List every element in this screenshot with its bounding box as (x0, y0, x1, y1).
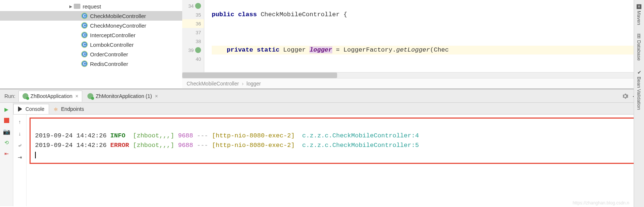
tree-item-intercept[interactable]: C InterceptController (0, 30, 182, 40)
rerun-icon[interactable]: ▶ (3, 106, 10, 113)
highlighted-log-area: 2019-09-24 14:42:26 INFO [zhboot,,,] 968… (30, 117, 641, 164)
run-sub-tabs: Console ⚛ Endpoints (13, 103, 644, 115)
bean-icon: ✔ (636, 70, 642, 75)
play-icon (18, 106, 23, 112)
tree-item-label: OrderController (90, 51, 128, 57)
breadcrumb-item[interactable]: logger (246, 81, 261, 87)
tree-item-lombok[interactable]: C LombokController (0, 40, 182, 49)
gutter-line[interactable]: 38 (182, 37, 204, 46)
chevron-right-icon: ▶ (68, 4, 74, 8)
endpoints-tab[interactable]: ⚛ Endpoints (49, 104, 88, 114)
tree-item-redis[interactable]: C RedisController (0, 59, 182, 69)
breadcrumb-separator: › (242, 81, 244, 87)
tree-item-label: LombokController (90, 42, 134, 48)
endpoints-icon: ⚛ (53, 106, 59, 112)
tree-item-order[interactable]: C OrderController (0, 49, 182, 59)
gutter-line[interactable]: 37 (182, 28, 204, 37)
run-tab-label: ZhBootApplication (31, 93, 73, 99)
database-icon: 🗄 (636, 34, 642, 39)
project-tree[interactable]: ▶ request C CheckMobileController C Chec… (0, 0, 182, 88)
tree-item-checkmoney[interactable]: C CheckMoneyController (0, 21, 182, 30)
run-header: Run: ZhBootApplication × ZhMonitorApplic… (0, 90, 644, 103)
class-icon: C (81, 60, 88, 67)
tree-folder-label: request (83, 3, 101, 10)
code-editor[interactable]: public class CheckMobileController { pri… (204, 0, 644, 72)
run-gutter-icon[interactable] (195, 47, 201, 53)
editor-horizontal-scrollbar[interactable] (182, 72, 644, 78)
class-icon: C (81, 22, 88, 29)
soft-wrap-icon[interactable]: ⤶ (16, 142, 24, 149)
console-toolbar: ↑ ↓ ⤶ ⇥ (13, 115, 27, 206)
folder-icon (74, 4, 80, 9)
run-tab-zhmonitor[interactable]: ZhMonitorApplication (1) × (84, 91, 162, 102)
tree-item-checkmobile[interactable]: C CheckMobileController (0, 11, 182, 21)
tree-item-label: CheckMobileController (90, 13, 146, 19)
console-tab[interactable]: Console (13, 104, 49, 114)
gutter-line[interactable]: 34 (182, 1, 204, 10)
scroll-end-icon[interactable]: ⇥ (16, 154, 24, 161)
scrollbar-thumb[interactable] (182, 73, 337, 78)
close-icon[interactable]: × (75, 93, 78, 99)
camera-icon[interactable]: 📷 (3, 128, 10, 135)
tree-item-label: RedisController (90, 61, 128, 67)
class-icon: C (81, 13, 88, 19)
console-tab-label: Console (25, 106, 44, 112)
run-panel: Run: ZhBootApplication × ZhMonitorApplic… (0, 88, 644, 206)
breadcrumb-item[interactable]: CheckMobileController (187, 81, 239, 87)
run-toolbar: ▶ 📷 ⟲ ⇤ (0, 103, 13, 206)
spring-boot-icon (87, 93, 93, 99)
exit-icon[interactable]: ⇤ (3, 150, 10, 157)
stop-icon[interactable] (3, 117, 10, 124)
sidebar-tab-maven[interactable]: 🅼 Maven (635, 0, 643, 29)
run-tab-zhboot[interactable]: ZhBootApplication × (18, 91, 83, 102)
gutter-line[interactable]: 40 (182, 55, 204, 63)
gear-icon[interactable] (622, 93, 629, 99)
run-gutter-icon[interactable] (195, 3, 201, 9)
sidebar-tab-database[interactable]: 🗄 Database (635, 29, 643, 65)
run-label: Run: (1, 93, 18, 99)
class-icon: C (81, 32, 88, 38)
class-icon: C (81, 51, 88, 57)
endpoints-tab-label: Endpoints (61, 106, 84, 112)
console-output[interactable]: 2019-09-24 14:42:26 INFO [zhboot,,,] 968… (27, 115, 644, 206)
watermark: https://zhanghan.blog.csdn.n (573, 200, 629, 206)
down-icon[interactable]: ↓ (16, 130, 24, 137)
gutter-line[interactable]: 35 (182, 10, 204, 19)
editor-area: 34 35 36 37 38 39 40 public class CheckM… (182, 0, 644, 88)
tree-item-label: CheckMoneyController (90, 22, 146, 29)
close-icon[interactable]: × (155, 93, 158, 99)
run-tab-label: ZhMonitorApplication (1) (96, 93, 152, 99)
right-sidebar: 🅼 Maven 🗄 Database ✔ Bean Validation (634, 0, 644, 207)
restart-icon[interactable]: ⟲ (3, 139, 10, 146)
class-icon: C (81, 41, 88, 48)
spring-boot-icon (22, 93, 28, 99)
editor-breadcrumb[interactable]: CheckMobileController › logger (182, 78, 644, 88)
maven-icon: 🅼 (636, 4, 642, 9)
sidebar-tab-beanvalidation[interactable]: ✔ Bean Validation (635, 65, 643, 114)
up-icon[interactable]: ↑ (16, 118, 24, 126)
tree-item-label: InterceptController (90, 32, 135, 38)
text-cursor (35, 152, 36, 158)
gutter-line[interactable]: 39 (182, 46, 204, 55)
gutter-line[interactable]: 36 (182, 19, 204, 28)
editor-gutter[interactable]: 34 35 36 37 38 39 40 (182, 0, 204, 72)
tree-folder-request[interactable]: ▶ request (0, 1, 182, 11)
